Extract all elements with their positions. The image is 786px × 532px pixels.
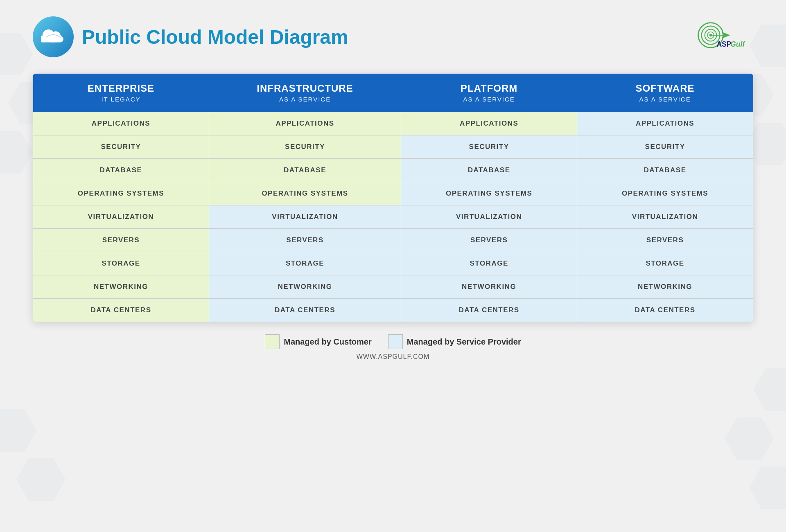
table-row-0: APPLICATIONSAPPLICATIONSAPPLICATIONSAPPL…	[33, 112, 753, 135]
col-header-0: ENTERPRISEIT LEGACY	[33, 74, 209, 112]
cell-3-0: OPERATING SYSTEMS	[33, 182, 209, 205]
cell-6-3: STORAGE	[577, 252, 753, 275]
cell-6-1: STORAGE	[209, 252, 401, 275]
svg-text:Gulf: Gulf	[730, 40, 745, 48]
cell-2-3: DATABASE	[577, 159, 753, 182]
cell-5-0: SERVERS	[33, 229, 209, 252]
cell-7-2: NETWORKING	[401, 275, 577, 299]
logo-wrapper: ASP Gulf	[688, 20, 753, 53]
cell-4-1: VIRTUALIZATION	[209, 205, 401, 229]
table-row-2: DATABASEDATABASEDATABASEDATABASE	[33, 159, 753, 182]
cell-3-1: OPERATING SYSTEMS	[209, 182, 401, 205]
table-header-row: ENTERPRISEIT LEGACYINFRASTRUCTUREAS A SE…	[33, 74, 753, 112]
cell-4-3: VIRTUALIZATION	[577, 205, 753, 229]
cell-7-0: NETWORKING	[33, 275, 209, 299]
cell-7-3: NETWORKING	[577, 275, 753, 299]
comparison-table: ENTERPRISEIT LEGACYINFRASTRUCTUREAS A SE…	[33, 74, 753, 322]
col-header-1: INFRASTRUCTUREAS A SERVICE	[209, 74, 401, 112]
cell-4-2: VIRTUALIZATION	[401, 205, 577, 229]
legend-customer-label: Managed by Customer	[284, 337, 371, 347]
table-row-7: NETWORKINGNETWORKINGNETWORKINGNETWORKING	[33, 275, 753, 299]
cell-0-1: APPLICATIONS	[209, 112, 401, 135]
col-header-3: SOFTWAREAS A SERVICE	[577, 74, 753, 112]
svg-point-0	[45, 33, 62, 43]
cell-8-3: DATA CENTERS	[577, 299, 753, 322]
header: Public Cloud Model Diagram ASP Gulf	[33, 16, 753, 57]
cell-4-0: VIRTUALIZATION	[33, 205, 209, 229]
cell-1-3: SECURITY	[577, 135, 753, 159]
cell-5-2: SERVERS	[401, 229, 577, 252]
table-row-4: VIRTUALIZATIONVIRTUALIZATIONVIRTUALIZATI…	[33, 205, 753, 229]
cell-8-2: DATA CENTERS	[401, 299, 577, 322]
table-row-1: SECURITYSECURITYSECURITYSECURITY	[33, 135, 753, 159]
cell-8-0: DATA CENTERS	[33, 299, 209, 322]
table-row-5: SERVERSSERVERSSERVERSSERVERS	[33, 229, 753, 252]
cell-1-2: SECURITY	[401, 135, 577, 159]
cell-6-0: STORAGE	[33, 252, 209, 275]
cell-7-1: NETWORKING	[209, 275, 401, 299]
cell-5-1: SERVERS	[209, 229, 401, 252]
legend-provider-label: Managed by Service Provider	[407, 337, 521, 347]
legend-customer: Managed by Customer	[265, 334, 371, 349]
cell-6-2: STORAGE	[401, 252, 577, 275]
cell-2-1: DATABASE	[209, 159, 401, 182]
legend-swatch-blue	[388, 334, 403, 349]
cell-0-3: APPLICATIONS	[577, 112, 753, 135]
legend: Managed by Customer Managed by Service P…	[33, 334, 753, 349]
svg-text:ASP: ASP	[716, 40, 731, 48]
cell-3-2: OPERATING SYSTEMS	[401, 182, 577, 205]
legend-provider: Managed by Service Provider	[388, 334, 521, 349]
cell-2-0: DATABASE	[33, 159, 209, 182]
table-row-8: DATA CENTERSDATA CENTERSDATA CENTERSDATA…	[33, 299, 753, 322]
cell-1-0: SECURITY	[33, 135, 209, 159]
table-row-3: OPERATING SYSTEMSOPERATING SYSTEMSOPERAT…	[33, 182, 753, 205]
footer-url: WWW.ASPGULF.COM	[33, 353, 753, 361]
cell-5-3: SERVERS	[577, 229, 753, 252]
legend-swatch-green	[265, 334, 280, 349]
cell-1-1: SECURITY	[209, 135, 401, 159]
table-row-6: STORAGESTORAGESTORAGESTORAGE	[33, 252, 753, 275]
cell-3-3: OPERATING SYSTEMS	[577, 182, 753, 205]
cell-0-0: APPLICATIONS	[33, 112, 209, 135]
cell-8-1: DATA CENTERS	[209, 299, 401, 322]
col-header-2: PLATFORMAS A SERVICE	[401, 74, 577, 112]
header-left: Public Cloud Model Diagram	[33, 16, 348, 57]
cell-2-2: DATABASE	[401, 159, 577, 182]
cloud-icon	[33, 16, 74, 57]
page-title: Public Cloud Model Diagram	[82, 26, 348, 48]
cell-0-2: APPLICATIONS	[401, 112, 577, 135]
